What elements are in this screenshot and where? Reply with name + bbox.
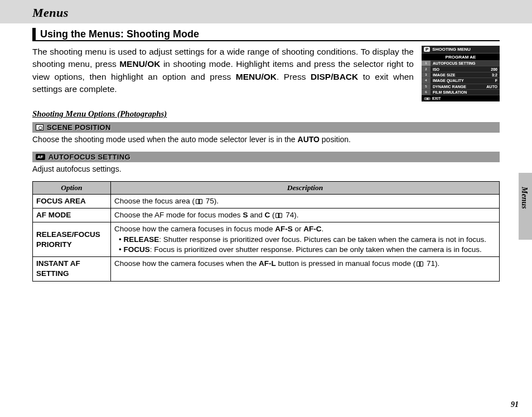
- intro-b1: MENU/OK: [119, 59, 160, 69]
- shot-exit-label: EXIT: [432, 96, 441, 100]
- af-icon: AF: [36, 154, 45, 160]
- shot-tab: 4: [422, 78, 431, 83]
- r3l1c: .: [321, 225, 323, 233]
- shot-row: 5DYNAMIC RANGEAUTO: [422, 84, 500, 89]
- r3b1: AF-S: [275, 225, 293, 233]
- r2b: (: [270, 211, 274, 219]
- shot-label: AUTOFOCUS SETTING: [433, 61, 497, 65]
- r3l2b: : Shutter response is prioritized over f…: [159, 235, 486, 244]
- intro-b2: MENU/OK: [236, 72, 277, 81]
- desc-instant-af: Choose how the camera focuses when the A…: [111, 257, 500, 281]
- shot-label: IMAGE QUALITY: [433, 79, 495, 83]
- mode-p-icon: P: [424, 47, 430, 52]
- r3l3a: FOCUS: [123, 245, 149, 254]
- shot-exit: ◄EXIT: [422, 95, 500, 101]
- desc-focus-area: Choose the focus area ( 75).: [111, 195, 500, 208]
- section-header: Using the Menus: Shooting Mode: [32, 28, 500, 41]
- shot-val: 3:2: [492, 73, 497, 77]
- r4a: Choose how the camera focuses when the: [114, 259, 259, 268]
- r2m: and: [248, 211, 264, 219]
- shot-label: DYNAMIC RANGE: [433, 85, 486, 89]
- r3l1a: Choose how the camera focuses in focus m…: [114, 225, 275, 233]
- r1a: Choose the focus area (: [114, 197, 195, 205]
- camera-icon: [36, 124, 43, 130]
- table-row: FOCUS AREA Choose the focus area ( 75).: [33, 195, 500, 208]
- shot-title: SHOOTING MENU: [432, 47, 470, 52]
- shot-val: F: [495, 79, 497, 83]
- table-row: AF MODE Choose the AF mode for focus mod…: [33, 208, 500, 222]
- desc-release-focus: Choose how the camera focuses in focus m…: [111, 222, 500, 257]
- table-row: INSTANT AF SETTING Choose how the camera…: [33, 257, 500, 281]
- shot-tab: 5: [422, 84, 431, 89]
- r4b: AF-L: [259, 259, 276, 268]
- sp-b: AUTO: [298, 135, 320, 144]
- menu-screenshot: PSHOOTING MENU PROGRAM AE 1AUTOFOCUS SET…: [422, 46, 500, 101]
- r3l3b: : Focus is prioritized over shutter resp…: [150, 245, 482, 254]
- shot-row: 2ISO200: [422, 66, 500, 71]
- shot-label: ISO: [433, 67, 491, 71]
- book-icon: [417, 261, 423, 266]
- book-icon: [196, 199, 202, 204]
- autofocus-header: AF AUTOFOCUS SETTING: [32, 152, 500, 162]
- shot-program: PROGRAM AE: [422, 54, 500, 60]
- intro-b3: DISP/BACK: [311, 72, 358, 81]
- scene-position-desc: Choose the shooting mode used when the a…: [32, 134, 500, 145]
- shot-row: 4IMAGE QUALITYF: [422, 77, 500, 83]
- section-title: Using the Menus: Shooting Mode: [40, 28, 199, 40]
- r3l2a: RELEASE: [123, 235, 159, 244]
- r4c: button is pressed in manual focus mode (: [276, 259, 416, 268]
- r3l1b: or: [293, 225, 304, 233]
- shot-label: IMAGE SIZE: [433, 73, 492, 77]
- opt-focus-area: FOCUS AREA: [33, 195, 111, 208]
- th-option: Option: [33, 182, 111, 195]
- table-row: RELEASE/FOCUS PRIORITY Choose how the ca…: [33, 222, 500, 257]
- r2b2: C: [264, 211, 270, 219]
- book-icon: [275, 213, 282, 218]
- shot-tab: 3: [422, 72, 431, 77]
- r2a: Choose the AF mode for focus modes: [114, 211, 243, 219]
- r3b2: AF-C: [303, 225, 321, 233]
- scene-position-label: SCENE POSITION: [47, 123, 111, 132]
- opt-instant-af: INSTANT AF SETTING: [33, 257, 111, 281]
- shot-tab: 2: [422, 66, 431, 71]
- page-number: 91: [511, 400, 519, 409]
- autofocus-label: AUTOFOCUS SETTING: [49, 153, 130, 161]
- shot-tab: 1: [422, 61, 431, 66]
- shot-header: PSHOOTING MENU: [422, 46, 500, 54]
- page-header: Menus: [0, 0, 532, 23]
- intro-row: The shooting menu is used to adjust sett…: [32, 46, 500, 101]
- desc-af-mode: Choose the AF mode for focus modes S and…: [111, 208, 500, 222]
- opt-af-mode: AF MODE: [33, 208, 111, 222]
- scene-position-header: SCENE POSITION: [32, 122, 500, 133]
- r1b: 75).: [204, 197, 219, 205]
- intro-c: . Press: [277, 72, 311, 81]
- shot-val: 200: [491, 67, 497, 71]
- shot-row: 1AUTOFOCUS SETTING: [422, 60, 500, 66]
- intro-text: The shooting menu is used to adjust sett…: [32, 46, 414, 101]
- shot-row: 6FILM SIMULATION: [422, 89, 500, 95]
- subsection-title: Shooting Menu Options (Photographs): [32, 109, 500, 119]
- table-header-row: Option Description: [33, 182, 500, 195]
- thumb-label: Menus: [520, 187, 529, 209]
- th-description: Description: [111, 182, 500, 195]
- autofocus-desc: Adjust autofocus settings.: [32, 164, 500, 174]
- back-key-icon: ◄: [424, 97, 431, 100]
- r2c: 74).: [283, 211, 298, 219]
- autofocus-table: Option Description FOCUS AREA Choose the…: [32, 181, 500, 282]
- shot-row: 3IMAGE SIZE3:2: [422, 72, 500, 77]
- shot-tab: 6: [422, 90, 431, 95]
- section-marker: [32, 28, 36, 40]
- r4d: 71).: [424, 259, 439, 268]
- page-title: Menus: [32, 6, 69, 20]
- shot-val: AUTO: [486, 85, 497, 89]
- shot-label: FILM SIMULATION: [433, 90, 497, 94]
- opt-release-focus: RELEASE/FOCUS PRIORITY: [33, 222, 111, 257]
- sp-a: Choose the shooting mode used when the a…: [32, 135, 298, 144]
- sp-c: position.: [320, 135, 351, 144]
